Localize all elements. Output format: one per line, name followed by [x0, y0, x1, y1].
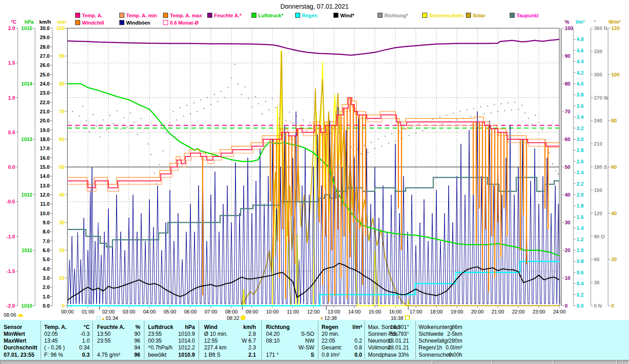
x-tick-label: 19:00: [450, 309, 463, 314]
table-cell: 0.3: [49, 352, 90, 358]
tick-label: 2.8: [577, 147, 583, 153]
tick-label: 40: [565, 192, 570, 197]
table-divider: [415, 321, 416, 359]
tick-label: 0.0: [577, 303, 583, 308]
table-cell: 20 min.: [322, 331, 339, 337]
status-bar-segment: [554, 361, 617, 364]
tick-label: 0: [62, 303, 65, 308]
table-cell: 2.8: [215, 331, 256, 337]
table-cell: 96: [99, 338, 140, 344]
tick-label: 1.8: [577, 203, 583, 208]
tick-label: 300: [594, 72, 602, 77]
table-cell: °C: [49, 324, 90, 330]
tick-label: 22.0: [40, 100, 50, 105]
table-cell: 16,301°: [366, 324, 409, 330]
tick-label: 4.0: [577, 81, 583, 86]
tick-label: 240: [594, 118, 602, 123]
table-cell: 1014.0: [154, 338, 195, 344]
tick-label: 2.0: [577, 192, 583, 197]
pre-sunrise-marker: 08:06: [4, 312, 25, 318]
tick-label: 100: [56, 25, 65, 31]
axis-unit: °: [594, 19, 596, 25]
tick-label: 2.0: [8, 25, 15, 31]
tick-label: 1013: [21, 136, 32, 142]
tick-label: 4.0: [43, 266, 50, 272]
table-divider: [41, 321, 41, 359]
table-cell: Sensor: [4, 324, 22, 330]
tick-label: 10: [565, 275, 570, 281]
x-tick-label: 12:00: [307, 309, 320, 314]
axis-unit: hPa: [25, 19, 34, 25]
x-tick-label: 22:00: [512, 309, 525, 314]
weather-day-chart: 2.01.51.00.50.0-0.5-1.0-1.5-2.0°C1015101…: [0, 0, 629, 320]
x-tick-label: 07:00: [205, 309, 217, 314]
tick-label: 50: [59, 164, 65, 170]
tick-label: 24.0: [40, 81, 50, 86]
tick-label: -2.0: [6, 303, 15, 308]
table-cell: - 33%: [366, 352, 409, 358]
tick-label: 1.6: [577, 214, 583, 220]
tick-label: -0.5: [6, 199, 15, 204]
x-tick-label: 21:00: [491, 309, 504, 314]
x-tick-label: 16:00: [389, 309, 402, 314]
tick-label: 2.0: [43, 284, 50, 290]
tick-label: -1.5: [6, 268, 15, 274]
table-cell: 94: [99, 344, 140, 351]
tick-label: 8.0: [43, 229, 50, 234]
tick-label: 3.6: [577, 103, 583, 109]
table-divider: [199, 321, 199, 359]
pre-sunrise-time: 08:06: [4, 312, 16, 318]
table-cell: 96: [99, 352, 140, 358]
tick-label: 330: [594, 49, 602, 54]
x-tick-label: 17:00: [409, 309, 422, 314]
tick-label: -1.0: [6, 234, 15, 239]
tick-label: 40: [611, 211, 617, 216]
table-cell: 0.0l/m²: [419, 344, 462, 351]
table-divider: [92, 321, 93, 359]
x-tick-label: 02:00: [102, 309, 115, 314]
tick-label: 150: [594, 187, 602, 193]
tick-label: 90 O: [594, 234, 605, 239]
table-cell: W-SW: [273, 344, 314, 351]
x-tick-label: 23:00: [532, 309, 545, 314]
table-cell: hPa: [154, 324, 195, 330]
table-cell: km/h: [215, 324, 256, 330]
tick-label: 90: [59, 53, 65, 59]
tick-label: 1.0: [577, 248, 583, 253]
table-cell: 0.2: [321, 338, 362, 344]
tick-label: 40: [59, 192, 65, 197]
tick-label: 70: [565, 109, 570, 114]
tick-label: 0: [611, 303, 614, 308]
tick-label: 120: [594, 211, 602, 216]
x-tick-label: 01:00: [82, 309, 94, 314]
table-cell: 86m: [419, 324, 462, 330]
x-tick-label: 05:00: [164, 309, 176, 314]
tick-label: 30: [565, 220, 570, 225]
axis-unit: l/m²: [576, 19, 585, 25]
tick-label: 25.0: [40, 72, 50, 77]
x-tick-label: 20:00: [471, 309, 484, 314]
tick-label: 16.0: [40, 155, 50, 161]
tick-label: 120: [611, 25, 619, 31]
table-cell: MinWert: [4, 331, 25, 337]
tick-label: 20.0: [40, 118, 50, 123]
tick-label: 60: [565, 136, 570, 142]
tick-label: 0.0: [8, 164, 15, 170]
status-bar-segment: [623, 361, 629, 364]
tick-label: 6.0: [43, 248, 50, 253]
tick-label: 4.2: [577, 70, 583, 76]
tick-label: 1.2: [577, 237, 583, 242]
x-tick-label: 00:00: [61, 309, 74, 314]
tick-label: 1.0: [8, 95, 15, 101]
table-cell: 13.01.21: [366, 338, 409, 344]
tick-label: 0.4: [577, 281, 584, 286]
x-tick-label: 18:00: [430, 309, 443, 314]
x-tick-label: 11:00: [287, 309, 299, 314]
tick-label: 30: [59, 220, 65, 225]
tick-label: 3.2: [577, 126, 583, 131]
tick-label: 9.0: [43, 220, 50, 225]
tick-label: 10.0: [40, 211, 50, 216]
table-cell: S-SO: [273, 331, 314, 337]
tick-label: 0: [565, 303, 568, 308]
tick-label: 210: [594, 141, 602, 147]
